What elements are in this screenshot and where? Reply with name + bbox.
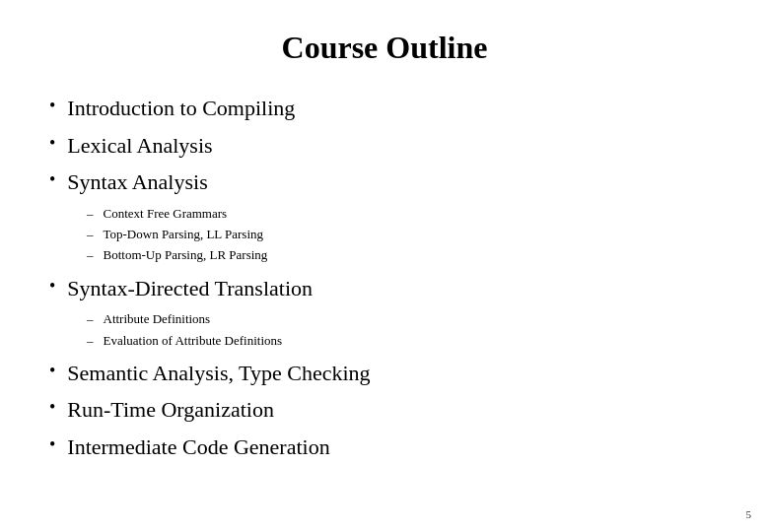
slide-container: Course Outline • Introduction to Compili… — [0, 0, 769, 532]
dash-icon: – — [87, 333, 94, 349]
slide-title: Course Outline — [49, 30, 720, 66]
sub-items-syntax: – Context Free Grammars – Top-Down Parsi… — [87, 205, 720, 268]
sub-text: Context Free Grammars — [104, 205, 228, 223]
list-item: • Syntax Analysis — [49, 167, 720, 197]
bullet-text: Syntax Analysis — [67, 167, 207, 197]
list-item: – Attribute Definitions — [87, 310, 720, 328]
sub-text: Top-Down Parsing, LL Parsing — [104, 226, 264, 243]
list-item: – Evaluation of Attribute Definitions — [87, 332, 720, 350]
bullet-icon: • — [49, 276, 55, 297]
list-item: – Bottom-Up Parsing, LR Parsing — [87, 246, 720, 264]
list-item: – Context Free Grammars — [87, 205, 720, 223]
sub-text: Evaluation of Attribute Definitions — [104, 332, 283, 350]
list-item: • Introduction to Compiling — [49, 94, 720, 123]
sub-items-syntax-directed: – Attribute Definitions – Evaluation of … — [87, 310, 720, 352]
dash-icon: – — [87, 206, 94, 222]
bullet-icon: • — [49, 434, 55, 455]
page-number: 5 — [746, 508, 752, 520]
dash-icon: – — [87, 311, 94, 327]
sub-text: Attribute Definitions — [104, 310, 211, 328]
list-item: – Top-Down Parsing, LL Parsing — [87, 226, 720, 243]
bullet-text: Lexical Analysis — [67, 131, 212, 161]
bullet-text: Semantic Analysis, Type Checking — [67, 359, 370, 388]
list-item: • Lexical Analysis — [49, 131, 720, 161]
slide-content: • Introduction to Compiling • Lexical An… — [49, 94, 720, 502]
bullet-text: Syntax-Directed Translation — [67, 274, 313, 303]
bullet-icon: • — [49, 397, 55, 418]
list-item: • Semantic Analysis, Type Checking — [49, 359, 720, 388]
list-item: • Intermediate Code Generation — [49, 432, 720, 462]
bullet-icon: • — [49, 96, 55, 116]
dash-icon: – — [87, 247, 94, 263]
bullet-icon: • — [49, 361, 55, 381]
sub-text: Bottom-Up Parsing, LR Parsing — [104, 246, 268, 264]
bullet-text: Introduction to Compiling — [67, 94, 295, 123]
bullet-icon: • — [49, 169, 55, 190]
bullet-icon: • — [49, 133, 55, 154]
bullet-text: Intermediate Code Generation — [67, 432, 329, 462]
dash-icon: – — [87, 227, 94, 242]
list-item: • Syntax-Directed Translation — [49, 274, 720, 303]
bullet-text: Run-Time Organization — [67, 395, 274, 425]
list-item: • Run-Time Organization — [49, 395, 720, 425]
